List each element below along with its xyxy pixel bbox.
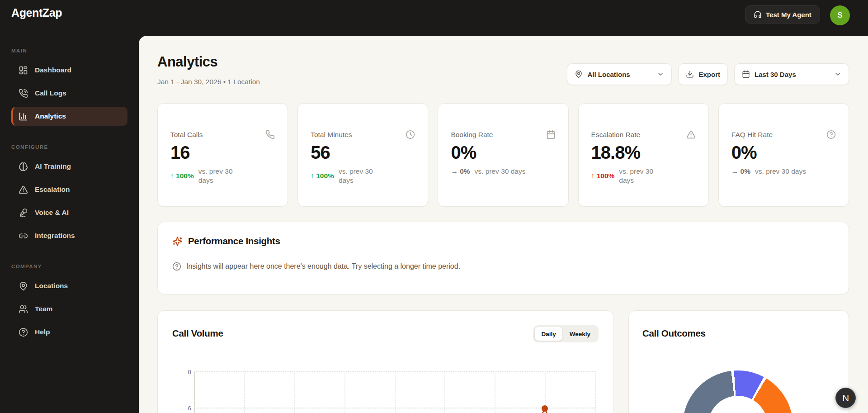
call-outcomes-donut-chart[interactable] (683, 370, 793, 413)
insights-empty-message: Insights will appear here once there's e… (186, 262, 460, 271)
sidebar-item-label: Escalation (35, 185, 70, 194)
stat-label: Escalation Rate (591, 131, 641, 139)
export-label: Export (698, 71, 720, 78)
stat-compare-note: vs. prev 30 days (475, 167, 526, 176)
analytics-icon (19, 112, 28, 121)
y-axis-tick-8: 8 (170, 369, 191, 375)
gridline-x-3 (344, 371, 345, 413)
performance-insights-card: Performance Insights Insights will appea… (157, 222, 849, 294)
download-icon (686, 70, 694, 78)
help-circle-icon (172, 262, 181, 271)
chevron-down-icon (657, 71, 664, 78)
stat-value: 18.8% (591, 142, 696, 163)
header-controls: All Locations Export Last 30 Days (567, 63, 849, 85)
stat-compare-note: vs. prev 30 days (198, 167, 242, 185)
dashboard-icon (19, 66, 28, 75)
clock-icon (406, 131, 415, 139)
toggle-daily[interactable]: Daily (535, 327, 562, 341)
gridline-x-5 (444, 371, 445, 413)
gridline-x-8 (595, 371, 596, 413)
main-panel: Analytics Jan 1 - Jan 30, 2026 • 1 Locat… (139, 36, 868, 413)
calendar-icon (742, 70, 750, 78)
sidebar-item-team[interactable]: Team (11, 299, 127, 318)
call-volume-title: Call Volume (172, 328, 223, 339)
toggle-weekly[interactable]: Weekly (563, 327, 597, 341)
sidebar-item-escalation[interactable]: Escalation (11, 180, 127, 199)
line-data-point[interactable] (542, 405, 548, 412)
stats-row: Total Calls16↑ 100%vs. prev 30 daysTotal… (157, 103, 849, 207)
sidebar-item-voice-ai[interactable]: Voice & AI (11, 203, 127, 222)
sidebar-item-integrations[interactable]: Integrations (11, 226, 127, 245)
test-my-agent-button[interactable]: Test My Agent (745, 5, 820, 24)
gridline-x-1 (244, 371, 245, 413)
sidebar-section-title: MAIN (11, 48, 127, 53)
sidebar-section-configure: CONFIGUREAI TrainingEscalationVoice & AI… (11, 144, 127, 245)
phone-icon (265, 131, 275, 139)
help-circle-icon (826, 131, 836, 139)
stat-delta: ↑ 100% (311, 172, 334, 180)
integrations-icon (19, 231, 28, 241)
sidebar-item-label: Help (35, 328, 50, 336)
sidebar-item-label: Dashboard (35, 66, 71, 74)
stat-card-total-minutes: Total Minutes56↑ 100%vs. prev 30 days (297, 103, 428, 207)
sidebar-item-help[interactable]: Help (11, 323, 127, 342)
stat-card-booking-rate: Booking Rate0%→ 0%vs. prev 30 days (438, 103, 568, 207)
sidebar-section-main: MAINDashboardCall LogsAnalytics (11, 48, 127, 126)
stat-label: FAQ Hit Rate (731, 131, 773, 139)
location-filter-dropdown[interactable]: All Locations (567, 63, 672, 85)
donut-hole (708, 396, 768, 413)
stat-delta: → 0% (731, 167, 750, 176)
stat-card-faq-hit-rate: FAQ Hit Rate0%→ 0%vs. prev 30 days (718, 103, 849, 207)
gridline-x-2 (294, 371, 295, 413)
sidebar-item-call-logs[interactable]: Call Logs (11, 84, 127, 103)
alert-triangle-icon (686, 131, 696, 139)
y-axis-tick-6: 6 (170, 405, 191, 412)
locations-icon (19, 281, 28, 291)
nextjs-dev-badge[interactable]: N (835, 388, 856, 408)
stat-card-escalation-rate: Escalation Rate18.8%↑ 100%vs. prev 30 da… (578, 103, 709, 207)
sidebar-item-label: Locations (35, 282, 68, 290)
page-subtitle: Jan 1 - Jan 30, 2026 • 1 Location (157, 78, 260, 86)
stat-label: Booking Rate (451, 131, 493, 139)
sidebar-item-dashboard[interactable]: Dashboard (11, 61, 127, 80)
sidebar-item-label: Team (35, 305, 52, 313)
sidebar-item-locations[interactable]: Locations (11, 276, 127, 295)
sidebar-item-label: Analytics (35, 112, 66, 120)
escalation-icon (19, 185, 28, 195)
test-my-agent-label: Test My Agent (766, 11, 811, 19)
stat-value: 16 (170, 142, 275, 163)
stat-value: 0% (731, 142, 836, 163)
gridline-x-6 (495, 371, 495, 413)
sidebar-section-title: CONFIGURE (11, 144, 127, 150)
stat-label: Total Minutes (311, 131, 352, 139)
sidebar-item-label: Voice & AI (35, 209, 69, 217)
voice-ai-icon (19, 208, 28, 218)
sidebar-item-label: Call Logs (35, 89, 66, 97)
stat-compare-note: vs. prev 30 days (619, 167, 662, 185)
insights-title: Performance Insights (188, 236, 280, 247)
sidebar-item-analytics[interactable]: Analytics (11, 107, 127, 126)
team-icon (19, 304, 28, 314)
call-volume-mode-toggle: Daily Weekly (533, 325, 599, 342)
stat-label: Total Calls (170, 131, 203, 139)
chevron-down-icon (834, 71, 841, 78)
sidebar: MAINDashboardCall LogsAnalyticsCONFIGURE… (0, 22, 139, 346)
stat-compare-note: vs. prev 30 days (339, 167, 382, 185)
call-logs-icon (19, 89, 28, 98)
location-filter-value: All Locations (587, 71, 630, 78)
gridline-x-0 (194, 371, 195, 413)
ai-training-icon (19, 162, 28, 171)
sidebar-item-label: AI Training (35, 162, 71, 171)
call-volume-card: Call Volume Daily Weekly 8 6 (157, 310, 614, 413)
sidebar-section-title: COMPANY (11, 264, 127, 269)
sidebar-item-ai-training[interactable]: AI Training (11, 157, 127, 176)
stat-compare-note: vs. prev 30 days (755, 167, 806, 176)
headphones-icon (754, 10, 762, 19)
sidebar-section-company: COMPANYLocationsTeamHelp (11, 264, 127, 342)
user-avatar[interactable]: S (830, 5, 850, 25)
page-title: Analytics (157, 54, 217, 70)
help-icon (19, 328, 28, 337)
date-range-dropdown[interactable]: Last 30 Days (734, 63, 849, 85)
export-button[interactable]: Export (678, 63, 728, 85)
map-pin-icon (575, 70, 583, 78)
